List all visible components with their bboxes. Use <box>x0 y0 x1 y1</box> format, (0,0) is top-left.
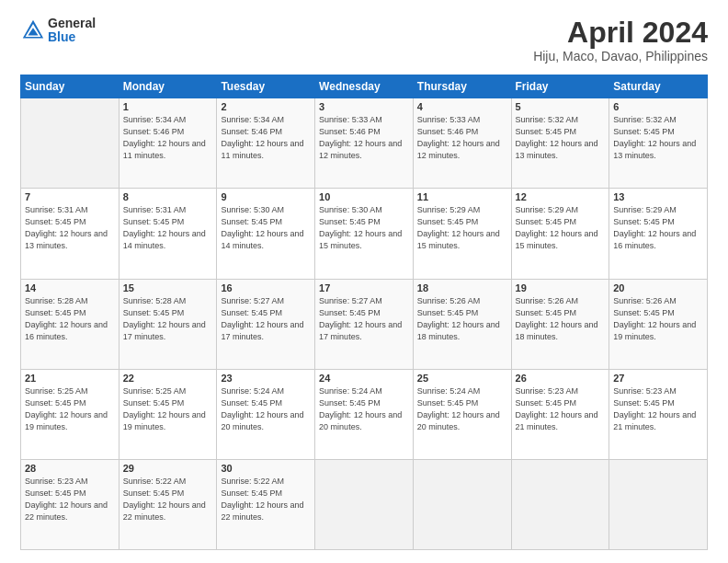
day-info: Sunrise: 5:31 AMSunset: 5:45 PMDaylight:… <box>123 205 206 250</box>
calendar-cell: 8 Sunrise: 5:31 AMSunset: 5:45 PMDayligh… <box>119 189 217 279</box>
day-number: 25 <box>417 373 507 384</box>
day-info: Sunrise: 5:27 AMSunset: 5:45 PMDaylight:… <box>319 296 402 341</box>
calendar-cell: 25 Sunrise: 5:24 AMSunset: 5:45 PMDaylig… <box>413 369 511 459</box>
day-info: Sunrise: 5:29 AMSunset: 5:45 PMDaylight:… <box>516 205 598 250</box>
calendar-cell <box>315 459 414 549</box>
logo: General Blue <box>20 17 96 45</box>
calendar-cell: 11 Sunrise: 5:29 AMSunset: 5:45 PMDaylig… <box>413 189 511 279</box>
day-info: Sunrise: 5:28 AMSunset: 5:45 PMDaylight:… <box>25 296 108 341</box>
day-info: Sunrise: 5:34 AMSunset: 5:46 PMDaylight:… <box>123 115 206 160</box>
logo-icon <box>20 17 46 43</box>
day-number: 3 <box>319 101 409 112</box>
day-number: 12 <box>516 191 606 202</box>
week-row-3: 21 Sunrise: 5:25 AMSunset: 5:45 PMDaylig… <box>21 369 708 459</box>
header-day-thursday: Thursday <box>413 75 511 98</box>
calendar-cell: 13 Sunrise: 5:29 AMSunset: 5:45 PMDaylig… <box>609 189 708 279</box>
title-block: April 2024 Hiju, Maco, Davao, Philippine… <box>533 17 708 63</box>
day-number: 1 <box>123 101 213 112</box>
calendar-cell: 9 Sunrise: 5:30 AMSunset: 5:45 PMDayligh… <box>217 189 315 279</box>
calendar-title: April 2024 <box>533 17 708 49</box>
calendar-cell <box>511 459 609 549</box>
calendar-cell: 29 Sunrise: 5:22 AMSunset: 5:45 PMDaylig… <box>119 459 217 549</box>
day-info: Sunrise: 5:31 AMSunset: 5:45 PMDaylight:… <box>25 205 108 250</box>
calendar-cell: 5 Sunrise: 5:32 AMSunset: 5:45 PMDayligh… <box>511 98 609 189</box>
day-info: Sunrise: 5:32 AMSunset: 5:45 PMDaylight:… <box>516 115 598 160</box>
calendar-cell: 28 Sunrise: 5:23 AMSunset: 5:45 PMDaylig… <box>21 459 119 549</box>
day-number: 22 <box>123 373 213 384</box>
day-number: 10 <box>319 191 409 202</box>
day-info: Sunrise: 5:30 AMSunset: 5:45 PMDaylight:… <box>221 205 303 250</box>
calendar-cell: 22 Sunrise: 5:25 AMSunset: 5:45 PMDaylig… <box>119 369 217 459</box>
header-day-monday: Monday <box>119 75 217 98</box>
day-info: Sunrise: 5:26 AMSunset: 5:45 PMDaylight:… <box>613 296 696 341</box>
day-info: Sunrise: 5:28 AMSunset: 5:45 PMDaylight:… <box>123 296 206 341</box>
day-number: 4 <box>417 101 507 112</box>
calendar-cell: 12 Sunrise: 5:29 AMSunset: 5:45 PMDaylig… <box>511 189 609 279</box>
logo-general: General <box>48 17 96 30</box>
header: General Blue April 2024 Hiju, Maco, Dava… <box>20 17 708 63</box>
day-info: Sunrise: 5:26 AMSunset: 5:45 PMDaylight:… <box>417 296 500 341</box>
calendar-cell: 19 Sunrise: 5:26 AMSunset: 5:45 PMDaylig… <box>511 279 609 369</box>
logo-blue: Blue <box>48 30 96 44</box>
day-info: Sunrise: 5:25 AMSunset: 5:45 PMDaylight:… <box>25 386 108 431</box>
day-number: 9 <box>221 191 311 202</box>
calendar-cell: 30 Sunrise: 5:22 AMSunset: 5:45 PMDaylig… <box>217 459 315 549</box>
header-day-friday: Friday <box>511 75 609 98</box>
calendar-cell: 21 Sunrise: 5:25 AMSunset: 5:45 PMDaylig… <box>21 369 119 459</box>
calendar-subtitle: Hiju, Maco, Davao, Philippines <box>533 49 708 63</box>
calendar-cell: 20 Sunrise: 5:26 AMSunset: 5:45 PMDaylig… <box>609 279 708 369</box>
day-info: Sunrise: 5:24 AMSunset: 5:45 PMDaylight:… <box>319 386 402 431</box>
day-number: 30 <box>221 463 311 474</box>
calendar-cell: 4 Sunrise: 5:33 AMSunset: 5:46 PMDayligh… <box>413 98 511 189</box>
week-row-2: 14 Sunrise: 5:28 AMSunset: 5:45 PMDaylig… <box>21 279 708 369</box>
day-info: Sunrise: 5:24 AMSunset: 5:45 PMDaylight:… <box>417 386 500 431</box>
calendar-cell: 3 Sunrise: 5:33 AMSunset: 5:46 PMDayligh… <box>315 98 414 189</box>
week-row-4: 28 Sunrise: 5:23 AMSunset: 5:45 PMDaylig… <box>21 459 708 549</box>
week-row-1: 7 Sunrise: 5:31 AMSunset: 5:45 PMDayligh… <box>21 189 708 279</box>
day-number: 21 <box>25 373 115 384</box>
day-number: 14 <box>25 282 115 293</box>
day-info: Sunrise: 5:33 AMSunset: 5:46 PMDaylight:… <box>417 115 500 160</box>
day-info: Sunrise: 5:32 AMSunset: 5:45 PMDaylight:… <box>613 115 696 160</box>
calendar-cell: 26 Sunrise: 5:23 AMSunset: 5:45 PMDaylig… <box>511 369 609 459</box>
header-day-wednesday: Wednesday <box>315 75 414 98</box>
header-day-saturday: Saturday <box>609 75 708 98</box>
calendar-cell: 23 Sunrise: 5:24 AMSunset: 5:45 PMDaylig… <box>217 369 315 459</box>
header-row: SundayMondayTuesdayWednesdayThursdayFrid… <box>21 75 708 98</box>
day-number: 2 <box>221 101 311 112</box>
calendar-cell: 14 Sunrise: 5:28 AMSunset: 5:45 PMDaylig… <box>21 279 119 369</box>
calendar-cell: 18 Sunrise: 5:26 AMSunset: 5:45 PMDaylig… <box>413 279 511 369</box>
day-info: Sunrise: 5:24 AMSunset: 5:45 PMDaylight:… <box>221 386 303 431</box>
day-info: Sunrise: 5:23 AMSunset: 5:45 PMDaylight:… <box>25 477 108 522</box>
calendar-cell: 10 Sunrise: 5:30 AMSunset: 5:45 PMDaylig… <box>315 189 414 279</box>
day-info: Sunrise: 5:23 AMSunset: 5:45 PMDaylight:… <box>516 386 598 431</box>
day-number: 28 <box>25 463 115 474</box>
day-info: Sunrise: 5:22 AMSunset: 5:45 PMDaylight:… <box>221 477 303 522</box>
day-number: 5 <box>516 101 606 112</box>
calendar-cell: 24 Sunrise: 5:24 AMSunset: 5:45 PMDaylig… <box>315 369 414 459</box>
day-info: Sunrise: 5:23 AMSunset: 5:45 PMDaylight:… <box>613 386 696 431</box>
page: General Blue April 2024 Hiju, Maco, Dava… <box>0 0 728 563</box>
day-number: 20 <box>613 282 703 293</box>
calendar-cell <box>609 459 708 549</box>
day-info: Sunrise: 5:26 AMSunset: 5:45 PMDaylight:… <box>516 296 598 341</box>
day-info: Sunrise: 5:25 AMSunset: 5:45 PMDaylight:… <box>123 386 206 431</box>
day-info: Sunrise: 5:34 AMSunset: 5:46 PMDaylight:… <box>221 115 303 160</box>
day-number: 19 <box>516 282 606 293</box>
day-number: 17 <box>319 282 409 293</box>
day-number: 7 <box>25 191 115 202</box>
day-info: Sunrise: 5:33 AMSunset: 5:46 PMDaylight:… <box>319 115 402 160</box>
calendar-cell: 16 Sunrise: 5:27 AMSunset: 5:45 PMDaylig… <box>217 279 315 369</box>
week-row-0: 1 Sunrise: 5:34 AMSunset: 5:46 PMDayligh… <box>21 98 708 189</box>
header-day-tuesday: Tuesday <box>217 75 315 98</box>
calendar-cell: 6 Sunrise: 5:32 AMSunset: 5:45 PMDayligh… <box>609 98 708 189</box>
calendar-cell: 1 Sunrise: 5:34 AMSunset: 5:46 PMDayligh… <box>119 98 217 189</box>
day-number: 23 <box>221 373 311 384</box>
day-number: 15 <box>123 282 213 293</box>
day-info: Sunrise: 5:29 AMSunset: 5:45 PMDaylight:… <box>613 205 696 250</box>
day-number: 24 <box>319 373 409 384</box>
day-number: 16 <box>221 282 311 293</box>
calendar-table: SundayMondayTuesdayWednesdayThursdayFrid… <box>20 75 708 550</box>
calendar-cell <box>413 459 511 549</box>
calendar-cell: 15 Sunrise: 5:28 AMSunset: 5:45 PMDaylig… <box>119 279 217 369</box>
